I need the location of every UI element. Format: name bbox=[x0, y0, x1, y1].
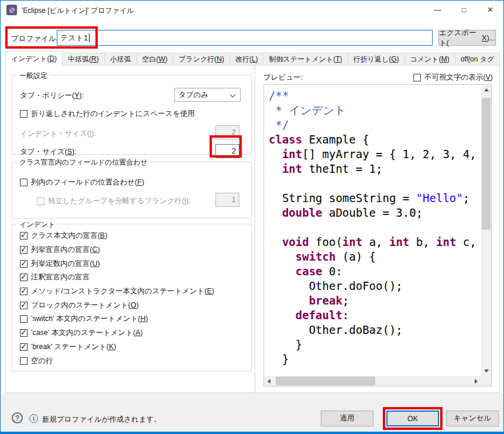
profile-name-input[interactable]: テスト1 bbox=[57, 30, 433, 46]
code-line: */ bbox=[269, 118, 481, 132]
scroll-left-arrow[interactable] bbox=[264, 376, 274, 386]
window-controls: — □ ✕ bbox=[424, 1, 503, 19]
checkbox-label: 'case' 本文内のステートメント(A) bbox=[31, 328, 143, 338]
blank-lines-input: 1 bbox=[215, 193, 239, 207]
text-caret bbox=[89, 33, 90, 42]
tab-braces[interactable]: 中括弧(R) bbox=[63, 53, 105, 66]
help-icon[interactable]: ? bbox=[12, 412, 23, 423]
checkbox-icon[interactable] bbox=[20, 232, 28, 240]
triangle-left-icon bbox=[268, 379, 270, 384]
indent-option-row[interactable]: クラス本文内の宣言(B) bbox=[20, 229, 249, 243]
indent-option-row[interactable]: 空の行 bbox=[20, 354, 249, 368]
align-fields-checkbox-row[interactable]: 列内のフィールドの位置合わせ(F) bbox=[20, 177, 144, 187]
tab-comments[interactable]: コメント(M) bbox=[405, 53, 455, 66]
indent-option-row[interactable]: 'switch' 本文内のステートメント(H) bbox=[20, 312, 249, 326]
checkbox-label: クラス本文内の宣言(B) bbox=[31, 231, 107, 241]
checkbox-icon[interactable] bbox=[20, 179, 28, 186]
checkbox-icon[interactable] bbox=[20, 302, 28, 309]
scroll-down-arrow[interactable] bbox=[481, 366, 491, 376]
tab-indent[interactable]: インデント(D) bbox=[5, 51, 63, 66]
scroll-right-arrow[interactable] bbox=[471, 376, 481, 386]
triangle-up-icon bbox=[484, 88, 489, 91]
info-icon: i bbox=[29, 414, 38, 423]
tab-size-input[interactable]: 2 bbox=[215, 144, 239, 158]
code-line: void foo(int a, int b, int c, bbox=[269, 235, 481, 250]
close-button[interactable]: ✕ bbox=[477, 1, 503, 19]
scroll-up-arrow[interactable] bbox=[481, 85, 491, 95]
code-line: /** bbox=[269, 88, 481, 103]
use-spaces-checkbox-row[interactable]: 折り返しされた行のインデントにスペースを使用 bbox=[20, 109, 195, 119]
indent-option-row[interactable]: 'case' 本文内のステートメント(A) bbox=[20, 326, 249, 340]
tab-off-on-tags[interactable]: off/on タグ bbox=[455, 53, 500, 66]
checkbox-icon[interactable] bbox=[20, 246, 28, 254]
indent-options-legend: インデント bbox=[17, 220, 57, 230]
tab-content: 一般設定 タブ・ポリシー(Y): タブのみ 折り返しされた行のインデントにスペー… bbox=[5, 65, 500, 393]
general-settings-legend: 一般設定 bbox=[17, 71, 50, 81]
align-fields-label: 列内のフィールドの位置合わせ(F) bbox=[31, 177, 144, 187]
code-line: default: bbox=[269, 308, 481, 323]
checkbox-icon[interactable] bbox=[413, 74, 421, 81]
blank-lines-checkbox-row: 独立したグループを分離するブランク行(I): bbox=[37, 196, 191, 206]
export-button[interactable]: エクスポート(X)... bbox=[438, 30, 496, 46]
chevron-down-icon bbox=[230, 92, 236, 98]
checkbox-icon[interactable] bbox=[20, 110, 28, 118]
checkbox-icon[interactable] bbox=[20, 329, 28, 337]
field-alignment-group: クラス宣言内のフィールドの位置合わせ 列内のフィールドの位置合わせ(F) 独立し… bbox=[12, 162, 252, 218]
code-line: Other.doFoo(); bbox=[269, 279, 481, 293]
eclipse-gear-icon bbox=[6, 5, 17, 15]
panel-divider bbox=[255, 66, 255, 392]
indent-option-row[interactable]: 注釈宣言内の宣言 bbox=[20, 271, 249, 285]
checkbox-label: 列挙宣言内の宣言(C) bbox=[31, 245, 100, 255]
horizontal-scroll-thumb[interactable] bbox=[276, 377, 375, 385]
indent-option-row[interactable]: メソッド/コンストラクター本文内のステートメント(E) bbox=[20, 285, 249, 299]
cancel-button[interactable]: キャンセル bbox=[446, 411, 499, 426]
code-line: } bbox=[269, 352, 481, 367]
tab-parentheses[interactable]: 小括弧 bbox=[105, 53, 137, 66]
indent-option-row[interactable]: 列挙宣言内の宣言(C) bbox=[20, 243, 249, 257]
checkbox-icon[interactable] bbox=[20, 315, 28, 323]
tab-control-statements[interactable]: 制御ステートメント(T) bbox=[264, 53, 348, 66]
profile-name-value: テスト1 bbox=[60, 33, 88, 43]
checkbox-icon[interactable] bbox=[20, 288, 28, 295]
indent-size-input: 2 bbox=[215, 125, 239, 139]
code-line: String someString = "Hello"; bbox=[269, 191, 481, 206]
apply-button[interactable]: 適用 bbox=[321, 411, 373, 426]
title-bar: 'Eclipse [ビルトイン]' プロファイル — □ ✕ bbox=[1, 1, 503, 19]
code-line: double aDouble = 3.0; bbox=[269, 206, 481, 220]
indent-option-row[interactable]: 列挙定数内の宣言(U) bbox=[20, 257, 249, 271]
vertical-scrollbar[interactable] bbox=[481, 85, 491, 376]
checkbox-icon[interactable] bbox=[20, 343, 28, 351]
checkbox-label: 注釈宣言内の宣言 bbox=[31, 272, 90, 282]
checkbox-icon[interactable] bbox=[20, 260, 28, 268]
tab-newlines[interactable]: 改行(L) bbox=[230, 53, 264, 66]
code-line: Other.doBaz(); bbox=[269, 323, 481, 337]
use-spaces-label: 折り返しされた行のインデントにスペースを使用 bbox=[31, 109, 195, 119]
indent-options-group: インデント クラス本文内の宣言(B)列挙宣言内の宣言(C)列挙定数内の宣言(U)… bbox=[12, 224, 252, 371]
blank-lines-label: 独立したグループを分離するブランク行(I): bbox=[48, 196, 191, 206]
vertical-scroll-thumb[interactable] bbox=[482, 98, 491, 230]
triangle-right-icon bbox=[475, 379, 478, 384]
indent-option-row[interactable]: 'break' ステートメント(K) bbox=[20, 340, 249, 354]
show-invisibles-checkbox-row[interactable]: 不可視文字の表示(V) bbox=[413, 73, 493, 83]
checkbox-icon[interactable] bbox=[20, 357, 28, 365]
tab-blank-lines[interactable]: ブランク行(N) bbox=[173, 53, 230, 66]
code-line: } bbox=[269, 337, 481, 352]
indent-size-label: インデント・サイズ(I): bbox=[20, 129, 96, 139]
horizontal-scrollbar[interactable] bbox=[264, 376, 481, 386]
minimize-button[interactable]: — bbox=[424, 1, 451, 19]
window-title: 'Eclipse [ビルトイン]' プロファイル bbox=[22, 6, 134, 16]
ok-button[interactable]: OK bbox=[386, 411, 439, 426]
code-preview-box: /** * インデント */class Example { int[] myAr… bbox=[263, 84, 492, 387]
tab-line-wrapping[interactable]: 行折り返し(G) bbox=[348, 53, 405, 66]
code-line bbox=[269, 176, 481, 191]
checkbox-label: メソッド/コンストラクター本文内のステートメント(E) bbox=[31, 286, 214, 296]
tab-bar: インデント(D) 中括弧(R) 小括弧 空白(W) ブランク行(N) 改行(L)… bbox=[5, 50, 500, 66]
tab-size-label: タブ・サイズ(S): bbox=[20, 147, 77, 157]
tab-policy-dropdown[interactable]: タブのみ bbox=[174, 88, 241, 102]
checkbox-icon[interactable] bbox=[20, 274, 28, 281]
scrollbar-corner bbox=[481, 376, 491, 386]
tab-whitespace[interactable]: 空白(W) bbox=[137, 53, 173, 66]
indent-option-row[interactable]: ブロック内のステートメント(O) bbox=[20, 298, 249, 312]
tab-policy-value: タブのみ bbox=[179, 90, 208, 100]
maximize-button[interactable]: □ bbox=[451, 1, 477, 19]
